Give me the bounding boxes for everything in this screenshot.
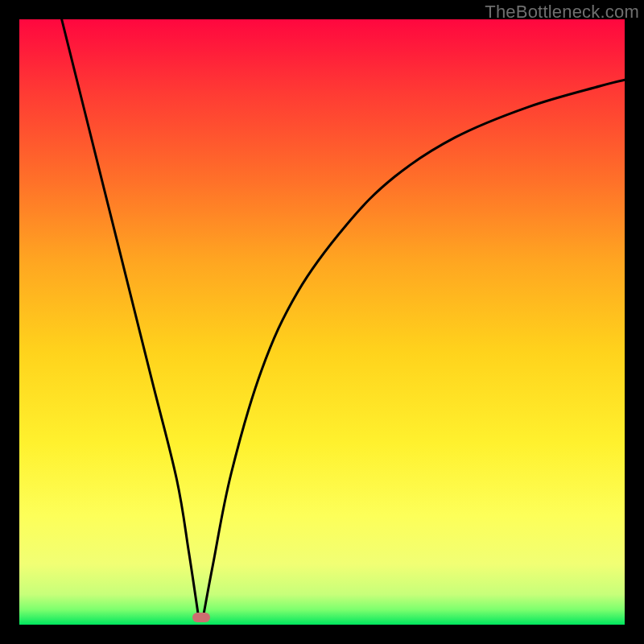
- chart-frame: [19, 19, 625, 625]
- watermark-text: TheBottleneck.com: [485, 2, 639, 23]
- minimum-marker: [192, 613, 210, 622]
- gradient-background: [19, 19, 625, 625]
- chart-canvas: [19, 19, 625, 625]
